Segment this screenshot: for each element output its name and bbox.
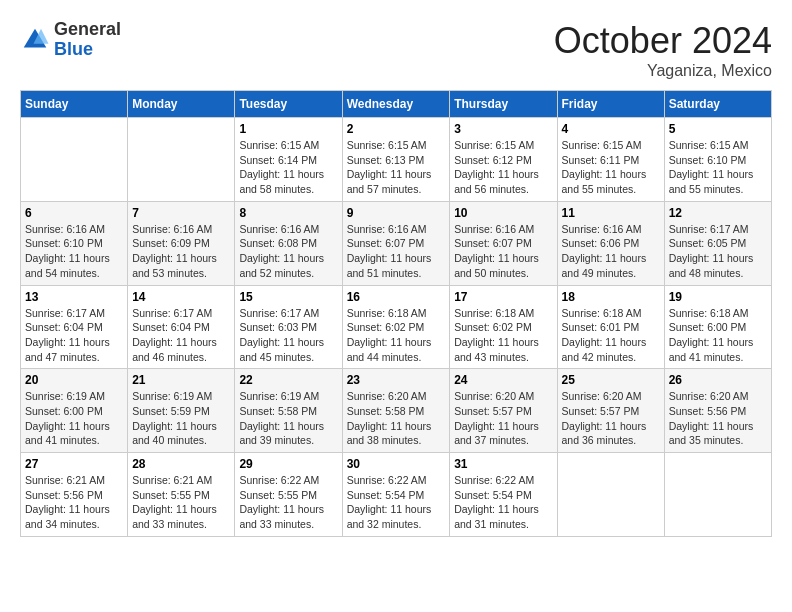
day-number: 25 <box>562 373 660 387</box>
calendar-cell <box>128 118 235 202</box>
calendar-cell <box>664 453 771 537</box>
day-info: Sunrise: 6:16 AMSunset: 6:07 PMDaylight:… <box>454 223 539 279</box>
calendar-cell: 1 Sunrise: 6:15 AMSunset: 6:14 PMDayligh… <box>235 118 342 202</box>
day-number: 26 <box>669 373 767 387</box>
calendar-cell: 3 Sunrise: 6:15 AMSunset: 6:12 PMDayligh… <box>450 118 557 202</box>
day-number: 15 <box>239 290 337 304</box>
day-number: 24 <box>454 373 552 387</box>
day-number: 27 <box>25 457 123 471</box>
day-info: Sunrise: 6:16 AMSunset: 6:07 PMDaylight:… <box>347 223 432 279</box>
col-header-friday: Friday <box>557 91 664 118</box>
calendar-cell: 25 Sunrise: 6:20 AMSunset: 5:57 PMDaylig… <box>557 369 664 453</box>
calendar-week-1: 1 Sunrise: 6:15 AMSunset: 6:14 PMDayligh… <box>21 118 772 202</box>
logo-icon <box>20 25 50 55</box>
logo-blue-text: Blue <box>54 39 93 59</box>
day-info: Sunrise: 6:17 AMSunset: 6:04 PMDaylight:… <box>25 307 110 363</box>
day-info: Sunrise: 6:21 AMSunset: 5:56 PMDaylight:… <box>25 474 110 530</box>
day-number: 21 <box>132 373 230 387</box>
day-number: 28 <box>132 457 230 471</box>
day-number: 31 <box>454 457 552 471</box>
col-header-thursday: Thursday <box>450 91 557 118</box>
calendar-table: SundayMondayTuesdayWednesdayThursdayFrid… <box>20 90 772 537</box>
calendar-cell <box>557 453 664 537</box>
calendar-cell: 20 Sunrise: 6:19 AMSunset: 6:00 PMDaylig… <box>21 369 128 453</box>
calendar-cell: 22 Sunrise: 6:19 AMSunset: 5:58 PMDaylig… <box>235 369 342 453</box>
calendar-cell: 23 Sunrise: 6:20 AMSunset: 5:58 PMDaylig… <box>342 369 450 453</box>
calendar-cell: 13 Sunrise: 6:17 AMSunset: 6:04 PMDaylig… <box>21 285 128 369</box>
calendar-cell: 5 Sunrise: 6:15 AMSunset: 6:10 PMDayligh… <box>664 118 771 202</box>
calendar-cell: 24 Sunrise: 6:20 AMSunset: 5:57 PMDaylig… <box>450 369 557 453</box>
day-number: 22 <box>239 373 337 387</box>
page-header: General Blue October 2024 Yaganiza, Mexi… <box>20 20 772 80</box>
calendar-cell: 6 Sunrise: 6:16 AMSunset: 6:10 PMDayligh… <box>21 201 128 285</box>
calendar-cell: 2 Sunrise: 6:15 AMSunset: 6:13 PMDayligh… <box>342 118 450 202</box>
calendar-week-4: 20 Sunrise: 6:19 AMSunset: 6:00 PMDaylig… <box>21 369 772 453</box>
calendar-cell: 21 Sunrise: 6:19 AMSunset: 5:59 PMDaylig… <box>128 369 235 453</box>
day-info: Sunrise: 6:16 AMSunset: 6:10 PMDaylight:… <box>25 223 110 279</box>
calendar-cell: 18 Sunrise: 6:18 AMSunset: 6:01 PMDaylig… <box>557 285 664 369</box>
calendar-cell: 26 Sunrise: 6:20 AMSunset: 5:56 PMDaylig… <box>664 369 771 453</box>
day-info: Sunrise: 6:15 AMSunset: 6:11 PMDaylight:… <box>562 139 647 195</box>
calendar-cell: 16 Sunrise: 6:18 AMSunset: 6:02 PMDaylig… <box>342 285 450 369</box>
calendar-cell: 31 Sunrise: 6:22 AMSunset: 5:54 PMDaylig… <box>450 453 557 537</box>
calendar-cell: 10 Sunrise: 6:16 AMSunset: 6:07 PMDaylig… <box>450 201 557 285</box>
day-number: 9 <box>347 206 446 220</box>
day-info: Sunrise: 6:15 AMSunset: 6:12 PMDaylight:… <box>454 139 539 195</box>
calendar-week-2: 6 Sunrise: 6:16 AMSunset: 6:10 PMDayligh… <box>21 201 772 285</box>
day-number: 8 <box>239 206 337 220</box>
day-number: 4 <box>562 122 660 136</box>
day-number: 11 <box>562 206 660 220</box>
day-number: 30 <box>347 457 446 471</box>
calendar-cell: 8 Sunrise: 6:16 AMSunset: 6:08 PMDayligh… <box>235 201 342 285</box>
calendar-cell: 29 Sunrise: 6:22 AMSunset: 5:55 PMDaylig… <box>235 453 342 537</box>
logo: General Blue <box>20 20 121 60</box>
calendar-cell: 11 Sunrise: 6:16 AMSunset: 6:06 PMDaylig… <box>557 201 664 285</box>
title-block: October 2024 Yaganiza, Mexico <box>554 20 772 80</box>
day-number: 6 <box>25 206 123 220</box>
col-header-sunday: Sunday <box>21 91 128 118</box>
day-number: 1 <box>239 122 337 136</box>
day-info: Sunrise: 6:20 AMSunset: 5:57 PMDaylight:… <box>454 390 539 446</box>
day-number: 2 <box>347 122 446 136</box>
day-info: Sunrise: 6:16 AMSunset: 6:06 PMDaylight:… <box>562 223 647 279</box>
day-info: Sunrise: 6:16 AMSunset: 6:08 PMDaylight:… <box>239 223 324 279</box>
day-info: Sunrise: 6:21 AMSunset: 5:55 PMDaylight:… <box>132 474 217 530</box>
day-number: 3 <box>454 122 552 136</box>
day-info: Sunrise: 6:20 AMSunset: 5:56 PMDaylight:… <box>669 390 754 446</box>
day-info: Sunrise: 6:18 AMSunset: 6:00 PMDaylight:… <box>669 307 754 363</box>
col-header-tuesday: Tuesday <box>235 91 342 118</box>
day-number: 29 <box>239 457 337 471</box>
calendar-week-5: 27 Sunrise: 6:21 AMSunset: 5:56 PMDaylig… <box>21 453 772 537</box>
day-info: Sunrise: 6:20 AMSunset: 5:58 PMDaylight:… <box>347 390 432 446</box>
day-number: 19 <box>669 290 767 304</box>
day-info: Sunrise: 6:15 AMSunset: 6:13 PMDaylight:… <box>347 139 432 195</box>
calendar-cell <box>21 118 128 202</box>
day-info: Sunrise: 6:18 AMSunset: 6:02 PMDaylight:… <box>347 307 432 363</box>
day-number: 13 <box>25 290 123 304</box>
calendar-cell: 27 Sunrise: 6:21 AMSunset: 5:56 PMDaylig… <box>21 453 128 537</box>
day-info: Sunrise: 6:22 AMSunset: 5:54 PMDaylight:… <box>454 474 539 530</box>
day-number: 5 <box>669 122 767 136</box>
day-info: Sunrise: 6:20 AMSunset: 5:57 PMDaylight:… <box>562 390 647 446</box>
calendar-cell: 19 Sunrise: 6:18 AMSunset: 6:00 PMDaylig… <box>664 285 771 369</box>
day-number: 7 <box>132 206 230 220</box>
calendar-cell: 15 Sunrise: 6:17 AMSunset: 6:03 PMDaylig… <box>235 285 342 369</box>
calendar-cell: 4 Sunrise: 6:15 AMSunset: 6:11 PMDayligh… <box>557 118 664 202</box>
location: Yaganiza, Mexico <box>554 62 772 80</box>
calendar-header-row: SundayMondayTuesdayWednesdayThursdayFrid… <box>21 91 772 118</box>
calendar-cell: 7 Sunrise: 6:16 AMSunset: 6:09 PMDayligh… <box>128 201 235 285</box>
col-header-monday: Monday <box>128 91 235 118</box>
day-info: Sunrise: 6:17 AMSunset: 6:04 PMDaylight:… <box>132 307 217 363</box>
day-number: 20 <box>25 373 123 387</box>
day-info: Sunrise: 6:18 AMSunset: 6:02 PMDaylight:… <box>454 307 539 363</box>
day-number: 14 <box>132 290 230 304</box>
day-info: Sunrise: 6:19 AMSunset: 6:00 PMDaylight:… <box>25 390 110 446</box>
day-number: 16 <box>347 290 446 304</box>
day-info: Sunrise: 6:15 AMSunset: 6:14 PMDaylight:… <box>239 139 324 195</box>
col-header-wednesday: Wednesday <box>342 91 450 118</box>
calendar-cell: 17 Sunrise: 6:18 AMSunset: 6:02 PMDaylig… <box>450 285 557 369</box>
day-info: Sunrise: 6:16 AMSunset: 6:09 PMDaylight:… <box>132 223 217 279</box>
day-info: Sunrise: 6:17 AMSunset: 6:03 PMDaylight:… <box>239 307 324 363</box>
calendar-week-3: 13 Sunrise: 6:17 AMSunset: 6:04 PMDaylig… <box>21 285 772 369</box>
day-number: 12 <box>669 206 767 220</box>
